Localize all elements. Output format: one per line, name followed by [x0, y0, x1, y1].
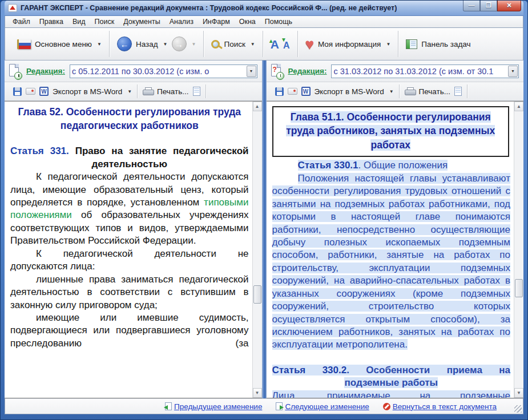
ms-word-icon[interactable]: W — [301, 87, 311, 96]
left-revision-link[interactable]: Редакция: — [26, 67, 65, 75]
window-controls: — ❐ ✕ — [463, 1, 521, 11]
left-document: Глава 52. Особенности регулирования труд… — [5, 102, 252, 398]
main-menu-button[interactable]: Основное меню ▼ — [10, 28, 109, 60]
right-scrollbar-thumb[interactable] — [515, 279, 523, 297]
menu-analysis[interactable]: Анализ — [166, 17, 198, 27]
right-chapter-heading: Глава 51.1. Особенности регулирования тр… — [286, 111, 495, 151]
mail-icon[interactable] — [26, 88, 35, 95]
chevron-down-icon[interactable]: ▼ — [389, 89, 394, 94]
chevron-down-icon: ▼ — [251, 42, 255, 47]
menu-search[interactable]: Поиск — [91, 17, 119, 27]
toolbar-separator — [205, 84, 206, 98]
chevron-down-icon[interactable]: ▼ — [127, 89, 132, 94]
search-button[interactable]: Поиск ▼ — [204, 28, 262, 60]
forward-icon[interactable]: → — [172, 37, 187, 51]
left-paragraph-1: К педагогической деятельности допускаютс… — [10, 171, 249, 248]
scroll-up-icon[interactable]: ▲ — [514, 102, 523, 111]
right-revision-value: с 31.03.2012 по 31.03.2012 (с изм. от 30… — [332, 67, 507, 76]
toolbar-separator — [467, 84, 467, 98]
left-export-word-button[interactable]: Экспорт в MS-Word — [53, 87, 122, 96]
chevron-down-icon: ▼ — [97, 42, 102, 47]
back-button[interactable]: Назад — [136, 40, 158, 49]
scroll-down-icon[interactable]: ▼ — [514, 388, 523, 398]
tasks-panel-button[interactable]: Панель задач — [398, 28, 478, 60]
garant-app-icon — [8, 4, 17, 12]
right-scrollbar[interactable]: ▲ ▼ — [514, 102, 523, 398]
scroll-up-icon[interactable]: ▲ — [253, 102, 262, 111]
font-increase-icon[interactable]: ▲A — [271, 38, 279, 50]
save-icon[interactable] — [275, 87, 284, 96]
document-clock-icon — [9, 64, 22, 79]
left-column: Редакция: с 05.12.2011 по 30.03.2012 (с … — [5, 60, 262, 398]
ms-word-icon[interactable]: W — [39, 87, 49, 96]
menu-view[interactable]: Вид — [68, 17, 90, 27]
print-preview-icon[interactable] — [193, 87, 200, 96]
menu-file[interactable]: Файл — [9, 17, 34, 27]
article-number: Статья 330.2 — [272, 365, 347, 375]
back-chevron-down-icon[interactable]: ▼ — [163, 42, 168, 47]
right-article1-header: Статья 330.1. Общие положения — [272, 159, 511, 172]
left-paragraph-2: К педагогической деятельности не допуска… — [10, 248, 249, 273]
next-change-link[interactable]: Следующее изменение — [276, 402, 369, 411]
tasks-panel-icon — [406, 39, 417, 49]
save-icon[interactable] — [13, 87, 22, 96]
left-revision-dropdown-icon[interactable]: ▼ — [247, 66, 256, 77]
right-paragraph-1: Положения настоящей главы устанавливают … — [272, 172, 511, 352]
menu-infarm[interactable]: ИнФарм — [199, 17, 234, 27]
article-number: Статья 330.1 — [298, 160, 358, 171]
right-revision-dropdown-icon[interactable]: ▼ — [508, 66, 518, 77]
chevron-down-icon: ▼ — [386, 42, 390, 47]
search-icon — [211, 40, 220, 49]
print-preview-icon[interactable] — [454, 87, 462, 96]
font-decrease-icon[interactable]: ▼A — [283, 37, 290, 51]
right-export-word-button[interactable]: Экспорт в MS-Word — [315, 87, 384, 96]
resize-grip-icon[interactable] — [514, 405, 522, 413]
navigation-group: ← Назад ▼ → ▼ — [110, 28, 204, 60]
right-print-button[interactable]: Печать... — [419, 87, 450, 96]
status-bar: Предыдущее изменение Следующее изменение… — [5, 398, 523, 414]
right-document: Глава 51.1. Особенности регулирования тр… — [267, 102, 514, 398]
title-bar: ГАРАНТ ЭКСПЕРТ - Сравнение редакций доку… — [5, 1, 523, 16]
print-icon[interactable] — [405, 87, 415, 95]
scroll-down-icon[interactable]: ▼ — [253, 388, 262, 398]
left-scrollbar-thumb[interactable] — [253, 285, 261, 304]
back-icon[interactable]: ← — [117, 37, 132, 51]
left-scrollbar[interactable]: ▲ ▼ — [252, 102, 262, 398]
left-revision-value: с 05.12.2011 по 30.03.2012 (с изм. о — [70, 67, 246, 76]
left-paragraph-3: лишенные права заниматься педагогической… — [10, 273, 249, 312]
return-icon — [383, 403, 390, 410]
menu-documents[interactable]: Документы — [119, 17, 164, 27]
heart-icon: ♥ — [305, 37, 314, 51]
left-chapter-heading: Глава 52. Особенности регулирования труд… — [10, 105, 249, 132]
right-revision-link[interactable]: Редакция: — [288, 67, 327, 75]
left-article-header: Статья 331. Право на занятие педагогичес… — [10, 145, 249, 171]
minimize-button[interactable]: — — [463, 1, 480, 11]
right-revision-combobox[interactable]: с 31.03.2012 по 31.03.2012 (с изм. от 30… — [331, 64, 519, 78]
return-to-document-link[interactable]: Вернуться в текст документа — [383, 402, 497, 411]
left-revision-combobox[interactable]: с 05.12.2011 по 30.03.2012 (с изм. о ▼ — [70, 64, 257, 78]
my-information-button[interactable]: ♥ Моя информация ▼ — [298, 28, 398, 60]
left-print-button[interactable]: Печать... — [157, 87, 188, 96]
next-change-icon — [276, 402, 283, 410]
left-document-wrap: Глава 52. Особенности регулирования труд… — [5, 101, 262, 398]
print-icon[interactable] — [143, 87, 153, 95]
menu-windows[interactable]: Окна — [235, 17, 260, 27]
menu-edit[interactable]: Правка — [35, 17, 67, 27]
close-button[interactable]: ✕ — [497, 1, 521, 11]
previous-change-link[interactable]: Предыдущее изменение — [165, 402, 262, 411]
panel-divider[interactable] — [262, 60, 267, 398]
left-paragraph-4: имеющие или имевшие судимость, подвергаю… — [10, 312, 249, 350]
previous-change-icon — [165, 402, 172, 410]
app-window: ГАРАНТ ЭКСПЕРТ - Сравнение редакций доку… — [0, 0, 528, 420]
forward-chevron-down-icon[interactable]: ▼ — [192, 42, 196, 47]
menu-help[interactable]: Помощь — [261, 17, 296, 27]
mail-icon[interactable] — [288, 88, 297, 95]
right-revision-row: ? Редакция: с 31.03.2012 по 31.03.2012 (… — [267, 60, 524, 82]
right-paragraph-2: Лица, принимаемые на подземные — [272, 390, 511, 398]
left-revision-row: Редакция: с 05.12.2011 по 30.03.2012 (с … — [5, 60, 262, 82]
font-size-group: ▲A ▼A — [263, 28, 297, 60]
menu-bar: Файл Правка Вид Поиск Документы Анализ И… — [5, 16, 523, 28]
maximize-button[interactable]: ❐ — [480, 1, 497, 11]
article-number: Статья 331. — [10, 146, 69, 156]
left-export-row: W Экспорт в MS-Word ▼ Печать... — [5, 82, 262, 101]
